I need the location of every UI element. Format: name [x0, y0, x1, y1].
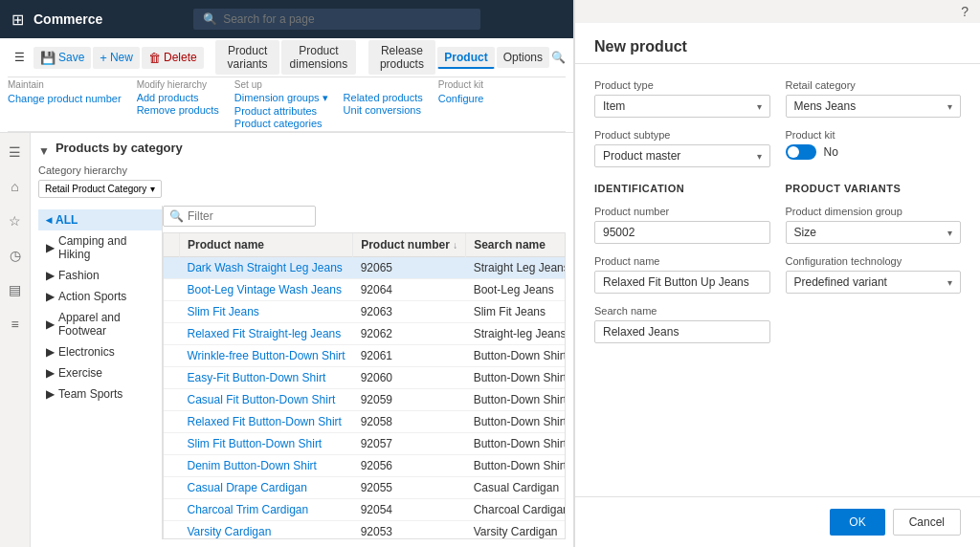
product-type-select[interactable]: Item ▾ [594, 95, 770, 118]
row-check [164, 455, 180, 477]
row-check [164, 367, 180, 389]
form-row-type: Product type Item ▾ Retail category Mens… [594, 79, 961, 118]
search-input[interactable] [223, 12, 471, 26]
subtype-select[interactable]: Product master ▾ [594, 144, 770, 167]
row-product-name: Easy-Fit Button-Down Shirt [180, 367, 353, 389]
products-area: ◂ ALL ▶ Camping and Hiking ▶ Fashion ▶ A… [38, 206, 566, 539]
product-attributes-link[interactable]: Product attributes [234, 105, 328, 117]
sort-icon: ↓ [453, 240, 457, 251]
config-tech-select[interactable]: Predefined variant ▾ [786, 271, 962, 294]
kit-toggle-switch[interactable] [786, 144, 816, 160]
row-product-name: Casual Fit Button-Down Shirt [180, 389, 353, 411]
release-products-button[interactable]: Release products [368, 40, 436, 75]
row-check [164, 279, 180, 301]
product-dimensions-button[interactable]: Product dimensions [281, 40, 356, 75]
configure-link[interactable]: Configure [438, 93, 484, 104]
tree-item-camping[interactable]: ▶ Camping and Hiking [38, 230, 162, 265]
row-check [164, 433, 180, 455]
row-product-number: 92055 [353, 477, 466, 499]
tree-item-electronics[interactable]: ▶ Electronics [38, 341, 162, 362]
hamburger-menu[interactable]: ☰ [8, 47, 32, 68]
row-check [164, 477, 180, 499]
product-variants-button[interactable]: Product variants [215, 40, 279, 75]
group-setup-right: Related products Unit conversions [344, 79, 423, 129]
form-group-retail-category: Retail category Mens Jeans ▾ [786, 79, 962, 118]
retail-category-select[interactable]: Mens Jeans ▾ [786, 95, 962, 118]
tree-item-fashion[interactable]: ▶ Fashion [38, 265, 162, 286]
col-search-name[interactable]: Search name [466, 233, 566, 257]
table-row[interactable]: Slim Fit Jeans 92063 Slim Fit Jeans [164, 301, 566, 323]
col-product-number[interactable]: Product number ↓ [353, 233, 466, 257]
tab-options[interactable]: Options [497, 47, 549, 68]
table-row[interactable]: Relaxed Fit Straight-leg Jeans 92062 Str… [164, 323, 566, 345]
tree-item-exercise[interactable]: ▶ Exercise [38, 362, 162, 383]
ribbon-tabs: ☰ 💾 Save + New 🗑 Delete Product variants… [8, 38, 566, 77]
app-grid-icon[interactable]: ⊞ [11, 11, 24, 29]
filter-icon[interactable]: ▼ [38, 144, 50, 158]
related-products-link[interactable]: Related products [344, 92, 423, 103]
table-row[interactable]: Easy-Fit Button-Down Shirt 92060 Button-… [164, 367, 566, 389]
tree-item-all[interactable]: ◂ ALL [38, 209, 162, 230]
row-check [164, 323, 180, 345]
row-search-name: Button-Down Shirt [466, 389, 566, 411]
table-row[interactable]: Dark Wash Straight Leg Jeans 92065 Strai… [164, 257, 566, 279]
help-icon[interactable]: ? [961, 4, 969, 19]
nav-home-icon[interactable]: ⌂ [7, 175, 22, 198]
new-button[interactable]: + New [93, 47, 140, 69]
row-product-number: 92063 [353, 301, 466, 323]
nav-list-icon[interactable]: ≡ [7, 313, 22, 336]
col-product-name[interactable]: Product name [180, 233, 353, 257]
products-table-container: Product name Product number ↓ Search nam… [163, 232, 566, 539]
new-icon: + [100, 51, 107, 65]
add-products-link[interactable]: Add products [137, 92, 219, 103]
tree-item-action[interactable]: ▶ Action Sports [38, 286, 162, 307]
row-product-number: 92056 [353, 455, 466, 477]
tree-item-team[interactable]: ▶ Team Sports [38, 383, 162, 405]
change-product-number-link[interactable]: Change product number [8, 93, 122, 104]
filter-input-wrapper: 🔍 [163, 206, 316, 227]
table-row[interactable]: Charcoal Trim Cardigan 92054 Charcoal Ca… [164, 499, 566, 521]
nav-doc-icon[interactable]: ▤ [5, 278, 25, 301]
save-button[interactable]: 💾 Save [33, 47, 91, 69]
tree-arrow-team: ▶ [46, 387, 55, 401]
product-categories-link[interactable]: Product categories [234, 118, 328, 129]
row-search-name: Charcoal Cardigan [466, 499, 566, 521]
row-product-number: 92058 [353, 411, 466, 433]
table-row[interactable]: Casual Fit Button-Down Shirt 92059 Butto… [164, 389, 566, 411]
unit-conversions-link[interactable]: Unit conversions [344, 104, 423, 116]
search-bar[interactable]: 🔍 [193, 9, 480, 30]
tree-item-apparel[interactable]: ▶ Apparel and Footwear [38, 307, 162, 341]
table-row[interactable]: Relaxed Fit Button-Down Shirt 92058 Butt… [164, 411, 566, 433]
filter-input[interactable] [188, 209, 309, 223]
product-name-input[interactable] [594, 271, 770, 294]
identification-header: IDENTIFICATION [594, 183, 770, 194]
nav-clock-icon[interactable]: ◷ [6, 244, 25, 267]
panel-content: Product type Item ▾ Retail category Mens… [575, 64, 980, 496]
table-row[interactable]: Slim Fit Button-Down Shirt 92057 Button-… [164, 433, 566, 455]
category-header: Category hierarchy [38, 164, 566, 176]
search-name-input[interactable] [594, 320, 770, 343]
remove-products-link[interactable]: Remove products [137, 104, 219, 116]
table-row[interactable]: Casual Drape Cardigan 92055 Casual Cardi… [164, 477, 566, 499]
table-row[interactable]: Boot-Leg Vintage Wash Jeans 92064 Boot-L… [164, 279, 566, 301]
table-row[interactable]: Varsity Cardigan 92053 Varsity Cardigan [164, 521, 566, 540]
row-check [164, 499, 180, 521]
ok-button[interactable]: OK [830, 509, 884, 536]
delete-button[interactable]: 🗑 Delete [142, 47, 204, 69]
row-search-name: Button-Down Shirt [466, 367, 566, 389]
category-dropdown[interactable]: Retail Product Category ▾ [38, 180, 162, 198]
dimension-groups-link[interactable]: Dimension groups ▾ [234, 92, 328, 104]
table-row[interactable]: Wrinkle-free Button-Down Shirt 92061 But… [164, 345, 566, 367]
nav-star-icon[interactable]: ☆ [5, 209, 25, 232]
product-number-label: Product number [594, 206, 770, 217]
ribbon-search-icon[interactable]: 🔍 [551, 51, 566, 64]
table-header-row: Product name Product number ↓ Search nam… [164, 233, 566, 257]
product-number-input[interactable] [594, 221, 770, 244]
tree-arrow-electronics: ▶ [46, 345, 55, 359]
nav-menu-icon[interactable]: ☰ [5, 141, 25, 164]
tree-arrow-camping: ▶ [46, 241, 55, 254]
dimension-group-select[interactable]: Size ▾ [786, 221, 962, 244]
cancel-button[interactable]: Cancel [893, 509, 961, 536]
tab-product[interactable]: Product [437, 47, 494, 69]
table-row[interactable]: Denim Button-Down Shirt 92056 Button-Dow… [164, 455, 566, 477]
